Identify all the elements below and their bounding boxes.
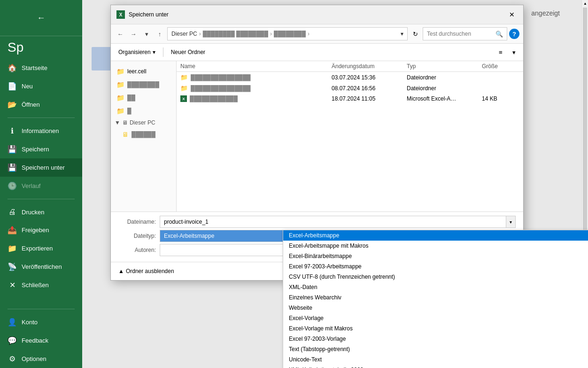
sidebar-item-optionen[interactable]: ⚙ Optionen — [0, 350, 82, 368]
account-icon: 👤 — [8, 318, 17, 327]
folder-icon-3: 📁 — [116, 94, 124, 102]
col-date[interactable]: Änderungsdatum — [332, 63, 407, 70]
file-date-1: 03.07.2024 15:36 — [332, 74, 407, 81]
sidebar-item-informationen[interactable]: ℹ Informationen — [0, 122, 82, 140]
dieser-pc-label: Dieser PC — [130, 119, 155, 126]
sidebar-divider-2 — [8, 199, 75, 199]
sidebar-item-schliessen[interactable]: ✕ Schließen — [0, 276, 82, 294]
dropdown-item-excel-arbeitsmappe[interactable]: Excel-Arbeitsmappe — [283, 230, 588, 241]
dropdown-item-excel-vorlage-makros[interactable]: Excel-Vorlage mit Makros — [283, 323, 588, 334]
sidebar-item-drucken[interactable]: 🖨 Drucken — [0, 203, 82, 221]
dropdown-item-xml-daten[interactable]: XML-Daten — [283, 282, 588, 292]
dropdown-item-excel-vorlage[interactable]: Excel-Vorlage — [283, 313, 588, 323]
col-type[interactable]: Typ — [407, 63, 482, 70]
sidebar-item-veroeffentlichen[interactable]: 📡 Veröffentlichen — [0, 258, 82, 276]
filename-input[interactable] — [160, 216, 506, 228]
sidebar-item-speichern[interactable]: 💾 Speichern — [0, 140, 82, 158]
list-view-button[interactable]: ≡ — [495, 47, 506, 58]
save-dialog: X Speichern unter ✕ ← → ▾ ↑ Dieser PC › … — [110, 5, 524, 281]
dropdown-item-csv-utf8[interactable]: CSV UTF-8 (durch Trennzeichen getrennt) — [283, 272, 588, 282]
nav-dropdown-button[interactable]: ▾ — [141, 28, 152, 39]
col-size[interactable]: Größe — [482, 63, 519, 70]
left-panel-item-4[interactable]: 📁 █ — [111, 104, 176, 117]
search-input[interactable] — [427, 31, 494, 37]
col-name[interactable]: Name — [180, 63, 332, 70]
sidebar-divider-1 — [8, 117, 75, 118]
folder-hide-arrow: ▲ — [118, 268, 124, 274]
sidebar-item-feedback[interactable]: 💬 Feedback — [0, 331, 82, 350]
options-icon: ⚙ — [8, 354, 17, 363]
section-arrow: ▼ — [115, 119, 120, 126]
sidebar-label-startseite: Startseite — [22, 64, 47, 71]
table-row[interactable]: X ████████████ 18.07.2024 11:05 Microsof… — [177, 94, 523, 104]
dialog-close-button[interactable]: ✕ — [506, 9, 518, 20]
table-row[interactable]: 📁 ███████████████ 08.07.2024 16:56 Datei… — [177, 83, 523, 94]
export-icon: 📁 — [8, 244, 17, 253]
left-item-label-4: █ — [127, 108, 132, 114]
filetype-dropdown-list: Excel-Arbeitsmappe Excel-Arbeitsmappe mi… — [283, 230, 588, 368]
save-as-icon: 💾 — [8, 163, 17, 172]
sidebar-label-drucken: Drucken — [22, 209, 44, 216]
breadcrumb-arrow-2: › — [270, 31, 272, 37]
dialog-body: 📁 leer.cell 📁 ████████ 📁 ██ 📁 █ ▼ — [111, 61, 523, 211]
breadcrumb-part-3: ████████ — [274, 31, 306, 37]
nav-up-button[interactable]: ↑ — [154, 28, 165, 39]
help-button[interactable]: ? — [509, 29, 519, 39]
dropdown-item-webarchiv[interactable]: Einzelnes Webarchiv — [283, 292, 588, 303]
sidebar-label-optionen: Optionen — [22, 355, 46, 362]
sidebar-item-oeffnen[interactable]: 📂 Öffnen — [0, 95, 82, 114]
sidebar-label-verlauf: Verlauf — [22, 182, 40, 189]
refresh-button[interactable]: ↻ — [410, 28, 421, 39]
table-row[interactable]: 📁 ███████████████ 03.07.2024 15:36 Datei… — [177, 72, 523, 83]
dropdown-item-text-tabstopp[interactable]: Text (Tabstopp-getrennt) — [283, 344, 588, 354]
sidebar-divider-3 — [8, 309, 75, 309]
breadcrumb-text: Dieser PC — [171, 31, 197, 37]
dropdown-item-xml-kalk[interactable]: XML-Kalkulationstabelle 2003 — [283, 365, 588, 368]
left-panel-item-1[interactable]: 📁 leer.cell — [111, 65, 176, 78]
file-type-1: Dateiordner — [407, 74, 482, 81]
dialog-title-left: X Speichern unter — [116, 10, 169, 19]
file-name-1: 📁 ███████████████ — [180, 74, 332, 81]
sidebar-item-speichern-unter[interactable]: 💾 Speichern unter — [0, 158, 82, 177]
sidebar-item-konto[interactable]: 👤 Konto — [0, 313, 82, 331]
sidebar-label-schliessen: Schließen — [22, 282, 49, 289]
new-folder-button[interactable]: Neuer Ordner — [167, 47, 209, 57]
dropdown-item-webseite[interactable]: Webseite — [283, 303, 588, 313]
sidebar-item-exportieren[interactable]: 📁 Exportieren — [0, 239, 82, 258]
breadcrumb[interactable]: Dieser PC › ████████ ████████ › ████████… — [167, 27, 408, 40]
filetype-label: Dateityp: — [118, 233, 156, 239]
breadcrumb-dropdown[interactable]: ▾ — [401, 31, 403, 37]
file-type-3: Microsoft Excel-A… — [407, 95, 482, 102]
file-name-text-2: ███████████████ — [191, 85, 251, 92]
sidebar-label-freigeben: Freigeben — [22, 227, 49, 234]
main-content: angezeigt ▲ ▼ X Speichern unter ✕ ← → ▾ … — [82, 0, 588, 368]
feedback-icon: 💬 — [8, 336, 17, 345]
file-date-2: 08.07.2024 16:56 — [332, 85, 407, 92]
nav-back-button[interactable]: ← — [115, 28, 126, 39]
dropdown-item-excel-makros[interactable]: Excel-Arbeitsmappe mit Makros — [283, 241, 588, 251]
nav-forward-button[interactable]: → — [128, 28, 139, 39]
left-panel-item-2[interactable]: 📁 ████████ — [111, 78, 176, 91]
row-folder-icon-2: 📁 — [180, 85, 188, 92]
filename-input-wrapper: ▾ — [160, 216, 516, 228]
file-list-header: Name Änderungsdatum Typ Größe — [177, 61, 523, 72]
folder-hide-toggle[interactable]: ▲ Ordner ausblenden — [118, 268, 174, 274]
dropdown-item-unicode-text[interactable]: Unicode-Text — [283, 354, 588, 365]
left-panel-item-3[interactable]: 📁 ██ — [111, 91, 176, 104]
dropdown-item-excel-97-2003[interactable]: Excel 97-2003-Arbeitsmappe — [283, 261, 588, 272]
left-panel-item-desktop[interactable]: 🖥 ██████ — [111, 128, 176, 141]
back-button[interactable]: ← — [32, 8, 51, 27]
dieser-pc-section[interactable]: ▼ 🖥 Dieser PC — [111, 117, 176, 128]
share-icon: 📤 — [8, 226, 17, 235]
scroll-up-arrow[interactable]: ▲ — [582, 0, 588, 7]
filename-row: Dateiname: ▾ — [118, 216, 516, 228]
organize-button[interactable]: Organisieren ▾ — [115, 47, 159, 57]
view-dropdown-button[interactable]: ▾ — [508, 47, 519, 58]
dropdown-item-excel-97-vorlage[interactable]: Excel 97-2003-Vorlage — [283, 334, 588, 344]
sidebar-item-neu[interactable]: 📄 Neu — [0, 77, 82, 95]
info-icon: ℹ — [8, 126, 17, 135]
sidebar-item-startseite[interactable]: 🏠 Startseite — [0, 59, 82, 77]
filename-dropdown-arrow[interactable]: ▾ — [506, 216, 516, 228]
dropdown-item-excel-binaer[interactable]: Excel-Binärarbeitsmappe — [283, 251, 588, 261]
sidebar-item-freigeben[interactable]: 📤 Freigeben — [0, 221, 82, 239]
